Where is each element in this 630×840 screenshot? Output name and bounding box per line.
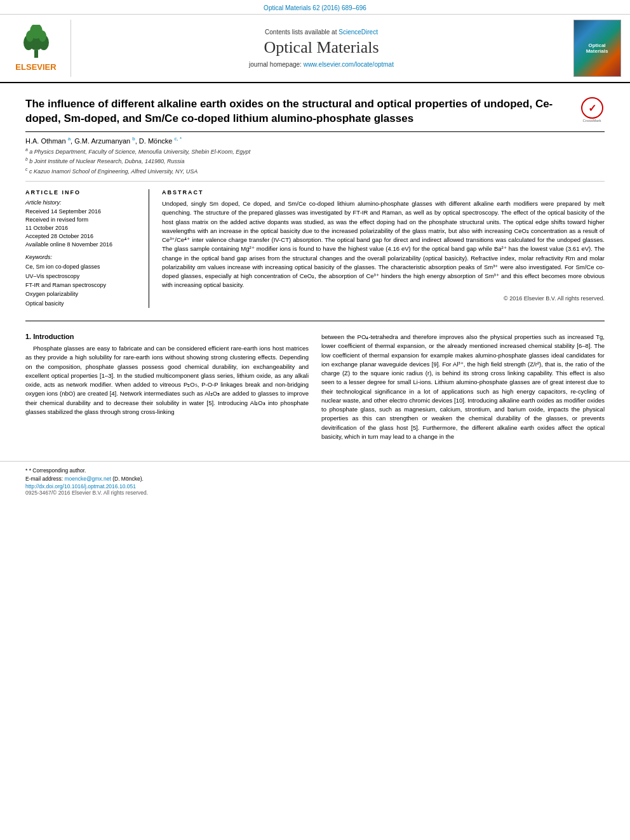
doi-text: http://dx.doi.org/10.1016/j.optmat.2016.… — [25, 483, 136, 490]
crossmark-label: CrossMark — [582, 119, 601, 123]
abstract-text: Undoped, singly Sm doped, Ce doped, and … — [162, 199, 605, 290]
svg-point-5 — [26, 30, 34, 42]
elsevier-brand: ELSEVIER — [15, 62, 56, 72]
keyword-1: UV–Vis spectroscopy — [25, 272, 140, 281]
elsevier-tree-icon — [17, 25, 55, 60]
svg-point-6 — [39, 30, 46, 42]
body-columns: 1. Introduction Phosphate glasses are ea… — [25, 326, 605, 445]
cover-image: Optical Materials — [573, 20, 621, 77]
keywords-section: Keywords: Ce, Sm ion co-doped glasses UV… — [25, 254, 140, 308]
journal-center-info: Contents lists available at ScienceDirec… — [77, 20, 565, 77]
journal-cover: Optical Materials — [572, 20, 622, 77]
top-bar: Optical Materials 62 (2016) 689–696 — [0, 0, 630, 15]
body-right-column: between the PO₄-tetrahedra and therefore… — [321, 333, 605, 445]
article-info-column: ARTICLE INFO Article history: Received 1… — [25, 189, 149, 308]
section-divider — [25, 321, 605, 321]
intro-number: 1. — [25, 333, 31, 340]
crossmark-circle: ✓ — [581, 97, 603, 119]
cover-title-text: Optical Materials — [586, 43, 608, 54]
intro-paragraph-1: Phosphate glasses are easy to fabricate … — [25, 344, 309, 417]
journal-header: ELSEVIER Contents lists available at Sci… — [0, 15, 630, 83]
affiliation-b: b b Joint Institute of Nuclear Research,… — [25, 156, 605, 166]
article-title-area: The influence of different alkaline eart… — [25, 90, 605, 132]
info-abstract-columns: ARTICLE INFO Article history: Received 1… — [25, 182, 605, 316]
journal-title: Optical Materials — [264, 38, 379, 57]
keywords-label: Keywords: — [25, 254, 140, 260]
article-info-label: ARTICLE INFO — [25, 189, 140, 196]
affiliation-a: a a Physics Department, Faculty of Scien… — [25, 147, 605, 157]
sciencedirect-prefix: Contents lists available at — [265, 29, 337, 36]
keyword-3: Oxygen polarizability — [25, 290, 140, 298]
article-title-container: The influence of different alkaline eart… — [25, 97, 573, 126]
keyword-0: Ce, Sm ion co-doped glasses — [25, 262, 140, 271]
issn-line: 0925-3467/© 2016 Elsevier B.V. All right… — [25, 490, 605, 496]
body-left-column: 1. Introduction Phosphate glasses are ea… — [25, 333, 309, 445]
history-revised-label: Received in revised form — [25, 216, 140, 224]
sciencedirect-link[interactable]: ScienceDirect — [338, 29, 378, 36]
history-accepted: Accepted 28 October 2016 — [25, 232, 140, 241]
footer-area: * * Corresponding author. E-mail address… — [0, 461, 630, 500]
sciencedirect-line: Contents lists available at ScienceDirec… — [265, 29, 378, 36]
homepage-link[interactable]: www.elsevier.com/locate/optmat — [304, 61, 394, 68]
intro-paragraph-2: between the PO₄-tetrahedra and therefore… — [321, 333, 605, 441]
affiliation-c: c c Kazuo Inamori School of Engineering,… — [25, 166, 605, 177]
abstract-label: ABSTRACT — [162, 189, 605, 196]
email-address[interactable]: moencke@gmx.net — [64, 476, 111, 482]
history-online: Available online 8 November 2016 — [25, 241, 140, 249]
intro-heading: 1. Introduction — [25, 333, 309, 340]
history-label: Article history: — [25, 199, 140, 206]
history-revised-date: 11 October 2016 — [25, 224, 140, 232]
intro-title: Introduction — [33, 333, 74, 340]
svg-rect-0 — [34, 50, 38, 58]
corresponding-author-note: * * Corresponding author. — [25, 467, 605, 475]
article-title: The influence of different alkaline eart… — [25, 97, 573, 126]
email-line: E-mail address: moencke@gmx.net (D. Mönc… — [25, 475, 605, 483]
journal-reference: Optical Materials 62 (2016) 689–696 — [264, 4, 366, 11]
homepage-line: journal homepage: www.elsevier.com/locat… — [249, 61, 394, 68]
main-content: The influence of different alkaline eart… — [0, 83, 630, 455]
elsevier-logo: ELSEVIER — [8, 20, 71, 77]
homepage-label: journal homepage: — [249, 61, 302, 68]
corresponding-label: * Corresponding author. — [29, 467, 86, 474]
authors-line: H.A. Othman a, G.M. Arzumanyan b, D. Mön… — [25, 132, 605, 147]
crossmark-badge[interactable]: ✓ CrossMark — [579, 97, 605, 123]
affiliations: a a Physics Department, Faculty of Scien… — [25, 147, 605, 182]
doi-line[interactable]: http://dx.doi.org/10.1016/j.optmat.2016.… — [25, 483, 605, 490]
abstract-column: ABSTRACT Undoped, singly Sm doped, Ce do… — [162, 189, 605, 308]
corresponding-star: * — [25, 467, 27, 474]
keyword-2: FT-IR and Raman spectroscopy — [25, 281, 140, 290]
keyword-4: Optical basicity — [25, 299, 140, 308]
authors-text: H.A. Othman a, G.M. Arzumanyan b, D. Mön… — [25, 137, 182, 145]
email-suffix: (D. Möncke). — [112, 476, 144, 482]
history-received: Received 14 September 2016 — [25, 208, 140, 216]
copyright-line: © 2016 Elsevier B.V. All rights reserved… — [162, 295, 605, 302]
email-label: E-mail address: — [25, 476, 63, 482]
